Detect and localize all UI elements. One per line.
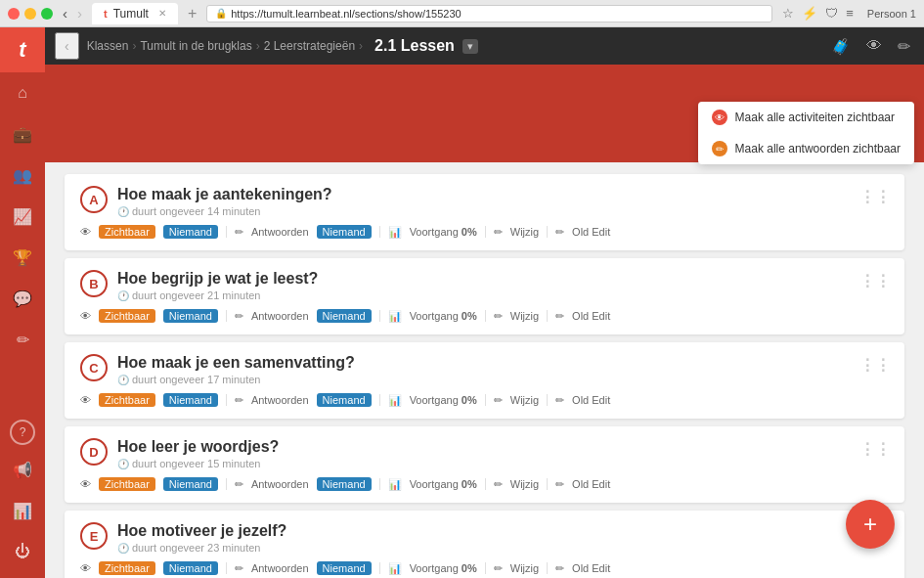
topbar-eye-icon[interactable]: 👁 xyxy=(862,33,886,59)
card-menu-icon-0[interactable]: ⋮⋮ xyxy=(859,188,891,206)
breadcrumb: Klassen › Tumult in de brugklas › 2 Leer… xyxy=(87,39,363,53)
visible-badge-4[interactable]: Zichtbaar xyxy=(99,561,155,575)
sidebar-item-achievements[interactable]: 🏆 xyxy=(0,237,45,278)
eye-icon-3: 👁 xyxy=(80,478,91,490)
wijzig-icon-3: ✏ xyxy=(494,478,503,491)
oldedit-button-1[interactable]: Old Edit xyxy=(572,310,610,322)
lesson-letter-2: C xyxy=(80,354,108,381)
oldedit-icon-0: ✏ xyxy=(555,226,564,239)
oldedit-button-0[interactable]: Old Edit xyxy=(572,226,610,238)
nav-back-button[interactable]: ‹ xyxy=(59,5,71,22)
topbar-pencil-icon[interactable]: ✏ xyxy=(894,33,914,60)
dropdown-icon-answers: ✏ xyxy=(712,141,727,156)
visible-badge-3[interactable]: Zichtbaar xyxy=(99,477,155,491)
dot-green[interactable] xyxy=(41,8,53,20)
lesson-letter-3: D xyxy=(80,438,108,466)
answers-icon-1: ✏ xyxy=(235,310,243,323)
wijzig-icon-4: ✏ xyxy=(494,562,503,575)
sidebar-logo[interactable]: t xyxy=(0,27,45,72)
sidebar-item-groups[interactable]: 👥 xyxy=(0,155,45,196)
oldedit-icon-4: ✏ xyxy=(555,562,564,575)
lesson-duration-0: 🕐 duurt ongeveer 14 minuten xyxy=(117,205,332,217)
sidebar-item-power[interactable]: ⏻ xyxy=(0,531,45,572)
topbar-dropdown-badge[interactable]: ▾ xyxy=(462,39,478,54)
sidebar-item-progress[interactable]: 📈 xyxy=(0,196,45,237)
visible-value-0[interactable]: Niemand xyxy=(163,225,218,239)
bookmark-icon[interactable]: ☆ xyxy=(782,6,794,21)
lesson-card: B Hoe begrijp je wat je leest? 🕐 duurt o… xyxy=(65,258,904,334)
card-toolbar-4: 👁 Zichtbaar Niemand ✏ Antwoorden Niemand… xyxy=(80,561,889,575)
toolbar-divider-2-0 xyxy=(379,226,380,238)
visible-value-3[interactable]: Niemand xyxy=(163,477,218,491)
browser-nav: ‹ › xyxy=(59,5,86,22)
browser-tab[interactable]: t Tumult ✕ xyxy=(92,3,178,24)
dot-red[interactable] xyxy=(8,8,20,20)
new-tab-button[interactable]: + xyxy=(184,5,200,22)
sidebar-bottom: ? 📢 📊 ⏻ xyxy=(0,416,45,578)
dropdown-item-answers[interactable]: ✏ Maak alle antwoorden zichtbaar xyxy=(698,133,914,164)
answers-label-1: Antwoorden xyxy=(251,310,309,322)
answers-value-0[interactable]: Niemand xyxy=(317,225,372,239)
card-menu-icon-1[interactable]: ⋮⋮ xyxy=(859,272,891,290)
wijzig-button-4[interactable]: Wijzig xyxy=(510,562,539,574)
progress-label-3: Voortgang 0% xyxy=(410,478,477,490)
shield-icon[interactable]: 🛡 xyxy=(825,6,838,21)
visible-value-2[interactable]: Niemand xyxy=(163,393,218,407)
toolbar-divider-3-0 xyxy=(485,226,486,238)
lesson-duration-4: 🕐 duurt ongeveer 23 minuten xyxy=(117,542,286,554)
card-menu-icon-3[interactable]: ⋮⋮ xyxy=(859,440,891,459)
card-menu-icon-2[interactable]: ⋮⋮ xyxy=(859,356,891,375)
sidebar-item-messages[interactable]: 💬 xyxy=(0,278,45,319)
wijzig-button-0[interactable]: Wijzig xyxy=(510,226,539,238)
toolbar-divider-4-3 xyxy=(547,478,548,490)
answers-value-4[interactable]: Niemand xyxy=(317,561,372,575)
sidebar-item-announcements[interactable]: 📢 xyxy=(0,449,45,490)
breadcrumb-leerstrategien[interactable]: 2 Leerstrategieën xyxy=(264,39,355,53)
oldedit-button-2[interactable]: Old Edit xyxy=(572,394,610,406)
sidebar-item-lessons[interactable]: 💼 xyxy=(0,113,45,155)
toolbar-divider-2-3 xyxy=(379,478,380,490)
oldedit-icon-2: ✏ xyxy=(555,394,564,407)
answers-label-3: Antwoorden xyxy=(251,478,309,490)
sidebar-item-stats[interactable]: 📊 xyxy=(0,490,45,531)
sidebar-item-home[interactable]: ⌂ xyxy=(0,72,45,113)
user-label: Persoon 1 xyxy=(867,8,916,20)
visible-badge-0[interactable]: Zichtbaar xyxy=(99,225,155,239)
tab-title: Tumult xyxy=(113,7,149,21)
extension-icon[interactable]: ⚡ xyxy=(802,6,817,21)
lesson-card: D Hoe leer je woordjes? 🕐 duurt ongeveer… xyxy=(65,426,904,503)
visible-value-4[interactable]: Niemand xyxy=(163,561,218,575)
visible-value-1[interactable]: Niemand xyxy=(163,309,218,323)
dropdown-icon-visible: 👁 xyxy=(712,110,727,125)
tab-close-icon[interactable]: ✕ xyxy=(158,8,166,19)
menu-icon[interactable]: ≡ xyxy=(846,6,854,21)
wijzig-button-1[interactable]: Wijzig xyxy=(510,310,539,322)
sidebar-item-edit[interactable]: ✏ xyxy=(0,319,45,360)
nav-forward-button[interactable]: › xyxy=(73,5,86,22)
oldedit-button-3[interactable]: Old Edit xyxy=(572,478,610,490)
toolbar-divider-3-3 xyxy=(485,478,486,490)
sidebar-item-help[interactable]: ? xyxy=(10,420,35,445)
breadcrumb-klassen[interactable]: Klassen xyxy=(87,39,129,53)
dot-yellow[interactable] xyxy=(24,8,36,20)
breadcrumb-tumult[interactable]: Tumult in de brugklas xyxy=(140,39,251,53)
lesson-duration-3: 🕐 duurt ongeveer 15 minuten xyxy=(117,458,279,469)
topbar-bag-icon[interactable]: 🧳 xyxy=(827,33,855,60)
browser-action-icons: ☆ ⚡ 🛡 ≡ xyxy=(782,6,854,21)
back-button[interactable]: ‹ xyxy=(55,32,79,60)
toolbar-divider-4-2 xyxy=(547,394,548,406)
answers-value-2[interactable]: Niemand xyxy=(317,393,372,407)
wijzig-button-3[interactable]: Wijzig xyxy=(510,478,539,490)
oldedit-button-4[interactable]: Old Edit xyxy=(572,562,610,574)
progress-label-0: Voortgang 0% xyxy=(410,226,477,238)
wijzig-button-2[interactable]: Wijzig xyxy=(510,394,539,406)
dropdown-item-visible[interactable]: 👁 Maak alle activiteiten zichtbaar xyxy=(698,102,914,133)
answers-value-3[interactable]: Niemand xyxy=(317,477,372,491)
progress-icon-2: 📊 xyxy=(388,394,402,407)
visible-badge-2[interactable]: Zichtbaar xyxy=(99,393,155,407)
visible-badge-1[interactable]: Zichtbaar xyxy=(99,309,155,323)
address-bar[interactable]: 🔒 https://tumult.learnbeat.nl/sections/s… xyxy=(206,5,772,22)
toolbar-divider-2-2 xyxy=(379,394,380,406)
answers-value-1[interactable]: Niemand xyxy=(317,309,372,323)
fab-button[interactable]: + xyxy=(846,500,895,549)
